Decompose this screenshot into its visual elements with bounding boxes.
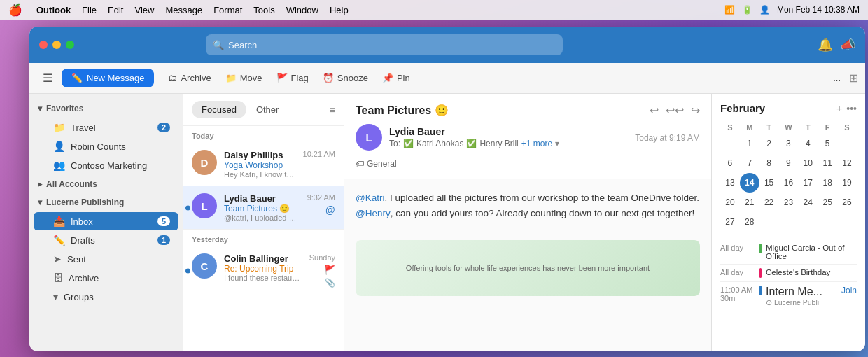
cal-day-cell[interactable]: [798, 212, 818, 232]
menu-help[interactable]: Help: [330, 5, 349, 15]
snooze-button[interactable]: ⏰ Snooze: [317, 69, 374, 87]
menu-file[interactable]: File: [82, 5, 97, 15]
contoso-label: Contoso Marketing: [71, 160, 147, 171]
email-item-colin[interactable]: C Colin Ballinger Re: Upcoming Trip I fo…: [183, 246, 344, 295]
app-name[interactable]: Outlook: [36, 5, 71, 15]
cal-day-cell[interactable]: [818, 212, 837, 232]
minimize-button[interactable]: [52, 41, 61, 49]
cal-day-t1: T: [760, 121, 779, 134]
recipient1: Katri Ahokas: [416, 139, 463, 148]
cal-day-cell[interactable]: 16: [779, 173, 799, 192]
cal-day-m: M: [740, 121, 760, 134]
sidebar-item-groups[interactable]: ▾ Groups: [34, 288, 178, 306]
menu-format[interactable]: Format: [214, 5, 242, 15]
calendar-more-button[interactable]: •••: [846, 103, 857, 114]
cal-day-cell[interactable]: 24: [798, 192, 818, 212]
reply-all-icon[interactable]: ↩↩: [666, 104, 684, 117]
cal-day-cell[interactable]: 12: [837, 153, 857, 173]
filter-icon[interactable]: ≡: [330, 104, 335, 115]
cal-day-cell[interactable]: 27: [720, 212, 740, 232]
menu-view[interactable]: View: [134, 5, 154, 15]
new-message-button[interactable]: ✏️ New Message: [62, 69, 154, 88]
flag-button[interactable]: 🚩 Flag: [271, 69, 314, 87]
cal-day-cell[interactable]: 9: [779, 153, 799, 173]
sidebar-item-archive[interactable]: 🗄 Archive: [34, 269, 178, 287]
cal-day-cell[interactable]: [837, 212, 857, 232]
move-button[interactable]: 📁 Move: [220, 69, 268, 87]
hamburger-button[interactable]: ☰: [36, 67, 59, 90]
cal-day-cell[interactable]: 13: [720, 173, 740, 192]
apple-icon[interactable]: 🍎: [8, 4, 22, 17]
traffic-lights: [39, 41, 74, 49]
all-accounts-section[interactable]: ▸ All Accounts: [29, 175, 183, 193]
cal-day-cell[interactable]: 17: [798, 173, 818, 192]
archive-label: Archive: [181, 73, 211, 83]
menu-tools[interactable]: Tools: [253, 5, 274, 15]
lucerne-section[interactable]: ▾ Lucerne Publishing: [29, 193, 183, 211]
cal-day-cell[interactable]: [760, 212, 779, 232]
more-recipients[interactable]: +1 more: [522, 139, 552, 148]
cal-day-cell[interactable]: 11: [818, 153, 837, 173]
email-list: Focused Other ≡ Today D Daisy Phillips Y…: [183, 94, 344, 351]
cal-day-cell[interactable]: 25: [818, 192, 837, 212]
archive-button[interactable]: 🗂 Archive: [162, 69, 216, 87]
email-item-lydia[interactable]: L Lydia Bauer Team Pictures 🙂 @katri, I …: [183, 186, 344, 230]
menu-message[interactable]: Message: [165, 5, 202, 15]
focused-tab[interactable]: Focused: [192, 101, 246, 118]
sidebar-item-inbox[interactable]: 📥 Inbox 5: [34, 212, 178, 230]
body-text-2: can you add yours too? Already counting …: [396, 208, 694, 218]
calendar-add-button[interactable]: +: [836, 103, 842, 114]
archive-sidebar-label: Archive: [69, 273, 99, 284]
sidebar-item-robin-counts[interactable]: 👤 Robin Counts: [34, 137, 178, 155]
forward-icon[interactable]: ↪: [691, 104, 700, 117]
broadcast-icon[interactable]: 📣: [840, 37, 855, 52]
cal-day-cell[interactable]: 18: [818, 173, 837, 192]
sidebar-item-travel[interactable]: 📁 Travel 2: [34, 118, 178, 136]
layout-icon[interactable]: ⊞: [849, 71, 858, 85]
pin-button[interactable]: 📌 Pin: [377, 69, 416, 87]
sidebar-item-drafts[interactable]: ✏️ Drafts 1: [34, 231, 178, 249]
menu-window[interactable]: Window: [286, 5, 318, 15]
more-button[interactable]: ...: [827, 69, 846, 87]
maximize-button[interactable]: [66, 41, 74, 49]
cal-day-cell[interactable]: 5: [818, 134, 837, 153]
cal-day-cell[interactable]: [720, 134, 740, 153]
cal-day-cell[interactable]: [779, 212, 799, 232]
colin-meta: Sunday 🚩 📎: [309, 253, 335, 288]
favorites-section[interactable]: ▾ Favorites: [29, 99, 183, 118]
sidebar-item-sent[interactable]: ➤ Sent: [34, 250, 178, 268]
cal-day-cell[interactable]: 14: [740, 173, 760, 192]
event-sub-3: ⊙ Lucerne Publi: [766, 298, 837, 307]
menu-edit[interactable]: Edit: [108, 5, 123, 15]
cal-day-cell[interactable]: [837, 134, 857, 153]
other-tab[interactable]: Other: [246, 101, 289, 118]
cal-day-cell[interactable]: 23: [779, 192, 799, 212]
sidebar-item-contoso[interactable]: 👥 Contoso Marketing: [34, 156, 178, 174]
detail-header: Team Pictures 🙂 ↩ ↩↩ ↪ L Lydia Bauer To:…: [344, 94, 711, 179]
cal-day-cell[interactable]: 6: [720, 153, 740, 173]
cal-day-cell[interactable]: 28: [740, 212, 760, 232]
cal-event-intern: 11:00 AM 30m Intern Me... ⊙ Lucerne Publ…: [720, 282, 857, 310]
expand-recipients-icon[interactable]: ▾: [555, 139, 559, 148]
cal-day-cell[interactable]: 22: [760, 192, 779, 212]
cal-day-cell[interactable]: 10: [798, 153, 818, 173]
join-button[interactable]: Join: [841, 286, 857, 295]
cal-day-cell[interactable]: 20: [720, 192, 740, 212]
cal-day-cell[interactable]: 4: [798, 134, 818, 153]
chevron-right-icon: ▸: [38, 179, 42, 189]
reply-icon[interactable]: ↩: [650, 104, 659, 117]
notification-icon[interactable]: 🔔: [818, 37, 833, 52]
cal-day-cell[interactable]: 8: [760, 153, 779, 173]
cal-day-cell[interactable]: 15: [760, 173, 779, 192]
cal-day-cell[interactable]: 2: [760, 134, 779, 153]
close-button[interactable]: [39, 41, 48, 49]
search-bar[interactable]: 🔍 Search: [206, 34, 563, 55]
to-label: To:: [389, 139, 400, 148]
cal-day-cell[interactable]: 19: [837, 173, 857, 192]
cal-day-cell[interactable]: 3: [779, 134, 799, 153]
email-item-daisy[interactable]: D Daisy Phillips Yoga Workshop Hey Katri…: [183, 143, 344, 186]
cal-day-cell[interactable]: 7: [740, 153, 760, 173]
cal-day-cell[interactable]: 26: [837, 192, 857, 212]
cal-day-cell[interactable]: 1: [740, 134, 760, 153]
cal-day-cell[interactable]: 21: [740, 192, 760, 212]
